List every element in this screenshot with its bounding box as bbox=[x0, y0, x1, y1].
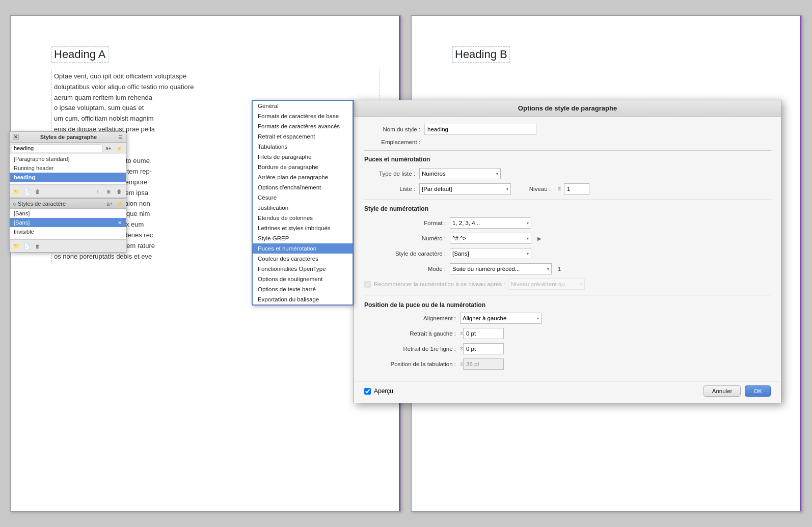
niveau-label: Niveau : bbox=[515, 186, 551, 192]
dialog-title: Options de style de paragraphe bbox=[354, 100, 781, 117]
position-tab-row: Position de la tabulation : ⧖ bbox=[364, 358, 771, 370]
menu-item-arriere-plan[interactable]: Arrière-plan de paragraphe bbox=[253, 172, 353, 182]
mode-value: Suite du numéro précéd... bbox=[452, 266, 520, 272]
retrait-gauche-row: Retrait à gauche : ⧖ bbox=[364, 328, 771, 339]
niveau-precedent-select: Niveau précédent qu ▾ bbox=[508, 279, 585, 290]
annuler-button[interactable]: Annuler bbox=[703, 385, 741, 397]
type-liste-select[interactable]: Numéros ▾ bbox=[419, 168, 501, 179]
menu-item-soulignement[interactable]: Options de soulignement bbox=[253, 274, 353, 284]
menu-item-formats-base[interactable]: Formats de caractères de base bbox=[253, 111, 353, 121]
format-value: 1, 2, 3, 4... bbox=[452, 220, 480, 226]
emplacement-row: Emplacement : bbox=[364, 139, 771, 145]
footer-right: Annuler OK bbox=[703, 385, 771, 397]
dialog-footer: Aperçu Annuler OK bbox=[354, 381, 781, 403]
nom-style-input[interactable] bbox=[424, 124, 536, 135]
numero-arrow[interactable]: ▶ bbox=[535, 234, 544, 242]
nom-style-label: Nom du style : bbox=[364, 126, 420, 132]
position-tab-input bbox=[463, 358, 504, 370]
section1-title: Puces et numérotation bbox=[364, 156, 771, 163]
menu-item-style-grep[interactable]: Style GREP bbox=[253, 233, 353, 243]
format-select[interactable]: 1, 2, 3, 4... ▾ bbox=[450, 217, 531, 229]
recommencer-checkbox bbox=[364, 281, 371, 288]
format-chevron: ▾ bbox=[527, 221, 529, 226]
nom-style-row: Nom du style : bbox=[364, 124, 771, 135]
numero-value: ^#.^> bbox=[452, 235, 466, 241]
retrait-gauche-label: Retrait à gauche : bbox=[364, 330, 456, 337]
apercu-checkbox[interactable] bbox=[364, 388, 371, 395]
alignement-value: Aligner à gauche bbox=[463, 315, 506, 321]
mode-label: Mode : bbox=[364, 266, 446, 272]
format-row: Format : 1, 2, 3, 4... ▾ bbox=[364, 217, 771, 229]
alignement-chevron: ▾ bbox=[537, 316, 539, 321]
retrait-1re-row: Retrait de 1re ligne : ⧖ bbox=[364, 343, 771, 354]
dialog-body: Nom du style : Emplacement : Puces et nu… bbox=[354, 117, 781, 381]
liste-value: [Par défaut] bbox=[422, 186, 452, 192]
niveau-precedent-value: Niveau précédent qu bbox=[511, 281, 565, 287]
niveau-input[interactable] bbox=[564, 183, 589, 195]
alignement-label: Alignement : bbox=[364, 315, 456, 321]
type-liste-value: Numéros bbox=[422, 171, 446, 177]
style-caractere-value: [Sans] bbox=[452, 251, 469, 257]
mode-row: Mode : Suite du numéro précéd... ▾ 1 bbox=[364, 263, 771, 274]
menu-item-filets[interactable]: Filets de paragraphe bbox=[253, 152, 353, 162]
dialog-menu-panel: Général Formats de caractères de base Fo… bbox=[252, 100, 354, 306]
menu-item-general[interactable]: Général bbox=[253, 101, 353, 111]
liste-select[interactable]: [Par défaut] ▾ bbox=[419, 183, 511, 195]
menu-item-exportation[interactable]: Exportation du balisage bbox=[253, 294, 353, 304]
retrait-1re-label: Retrait de 1re ligne : bbox=[364, 346, 456, 352]
menu-item-bordure[interactable]: Bordure de paragraphe bbox=[253, 162, 353, 172]
menu-item-enchainement[interactable]: Options d'enchaînement bbox=[253, 182, 353, 192]
divider-2 bbox=[364, 200, 771, 200]
liste-niveau-row: Liste : [Par défaut] ▾ Niveau : ⧖ bbox=[364, 183, 771, 195]
menu-item-couleur[interactable]: Couleur des caractères bbox=[253, 254, 353, 264]
numero-select[interactable]: ^#.^> ▾ bbox=[450, 233, 531, 244]
mode-extra-val: 1 bbox=[558, 266, 561, 272]
type-liste-chevron: ▾ bbox=[496, 172, 498, 176]
retrait-1re-input[interactable] bbox=[463, 343, 504, 354]
menu-item-formats-avances[interactable]: Formats de caractères avancés bbox=[253, 121, 353, 131]
menu-item-retrait[interactable]: Retrait et espacement bbox=[253, 131, 353, 142]
recommencer-label: Recommencer la numérotation à ce niveau … bbox=[374, 281, 505, 287]
position-tab-input-group: ⧖ bbox=[460, 358, 504, 370]
style-caractere-row: Style de caractère : [Sans] ▾ bbox=[364, 248, 771, 259]
section2-title: Style de numérotation bbox=[364, 205, 771, 212]
numero-label: Numéro : bbox=[364, 235, 446, 241]
type-liste-row: Type de liste : Numéros ▾ bbox=[364, 168, 771, 179]
main-dialog: Options de style de paragraphe Nom du st… bbox=[354, 100, 781, 403]
recommencer-row: Recommencer la numérotation à ce niveau … bbox=[364, 279, 771, 290]
menu-item-lettrines[interactable]: Lettrines et styles imbriqués bbox=[253, 223, 353, 233]
format-label: Format : bbox=[364, 220, 446, 226]
menu-item-etendue[interactable]: Etendue de colonnes bbox=[253, 213, 353, 223]
divider-1 bbox=[364, 150, 771, 151]
niveau-precedent-chevron: ▾ bbox=[580, 282, 582, 287]
menu-item-texte-barre[interactable]: Options de texte barré bbox=[253, 284, 353, 294]
mode-select[interactable]: Suite du numéro précéd... ▾ bbox=[450, 263, 552, 274]
retrait-1re-input-group: ⧖ bbox=[460, 343, 504, 354]
niveau-input-group: ⧖ bbox=[555, 183, 589, 195]
liste-label: Liste : bbox=[364, 186, 415, 192]
alignement-row: Alignement : Aligner à gauche ▾ bbox=[364, 313, 771, 324]
footer-left: Aperçu bbox=[364, 387, 393, 395]
dialog-backdrop: Général Formats de caractères de base Fo… bbox=[0, 0, 812, 527]
menu-item-cesure[interactable]: Césure bbox=[253, 192, 353, 203]
divider-3 bbox=[364, 295, 771, 295]
menu-item-justification[interactable]: Justification bbox=[253, 203, 353, 213]
menu-item-opentype[interactable]: Fonctionnalités OpenType bbox=[253, 264, 353, 274]
retrait-gauche-input-group: ⧖ bbox=[460, 328, 504, 339]
style-caractere-select[interactable]: [Sans] ▾ bbox=[450, 248, 531, 259]
section3-title: Position de la puce ou de la numérotatio… bbox=[364, 301, 771, 309]
niveau-spinner-icon: ⧖ bbox=[555, 184, 564, 193]
type-liste-label: Type de liste : bbox=[364, 171, 415, 177]
emplacement-label: Emplacement : bbox=[364, 139, 420, 145]
style-caractere-chevron: ▾ bbox=[527, 252, 529, 256]
liste-chevron: ▾ bbox=[506, 187, 508, 191]
mode-chevron: ▾ bbox=[547, 267, 549, 271]
numero-row: Numéro : ^#.^> ▾ ▶ bbox=[364, 233, 771, 244]
ok-button[interactable]: OK bbox=[745, 385, 771, 397]
menu-item-puces[interactable]: Puces et numérotation bbox=[253, 243, 353, 254]
retrait-gauche-input[interactable] bbox=[463, 328, 504, 339]
alignement-select[interactable]: Aligner à gauche ▾ bbox=[460, 313, 542, 324]
numero-chevron: ▾ bbox=[527, 236, 529, 241]
position-tab-label: Position de la tabulation : bbox=[364, 361, 456, 367]
menu-item-tabulations[interactable]: Tabulations bbox=[253, 142, 353, 152]
